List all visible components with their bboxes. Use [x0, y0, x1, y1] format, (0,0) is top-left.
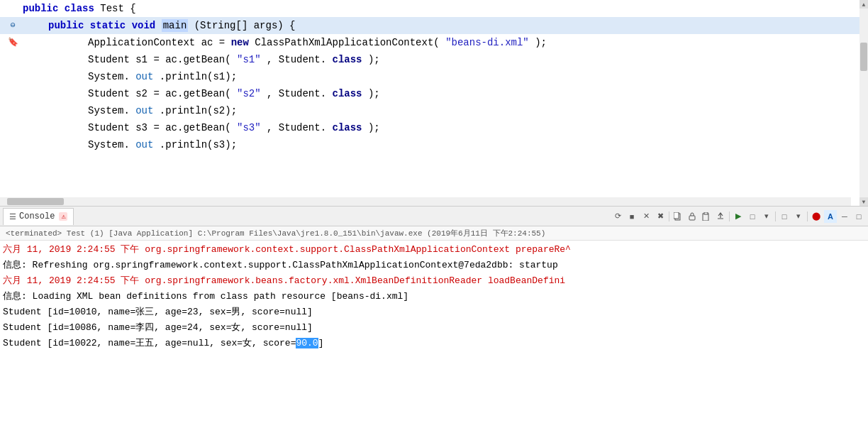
- toolbar-run-btn[interactable]: ▶: [732, 210, 745, 223]
- string-s2: "s2": [237, 88, 261, 99]
- toolbar-sep3: [775, 211, 776, 221]
- code-line-2: ⊖ public static void main (String[] args…: [0, 17, 859, 34]
- code-line-4: Student s1 = ac.getBean( "s1" , Student.…: [0, 51, 859, 68]
- scroll-down-arrow[interactable]: ▼: [859, 197, 868, 206]
- score-highlight: 90.0: [296, 338, 318, 348]
- scroll-up-arrow[interactable]: ▲: [859, 0, 868, 9]
- student-output-suffix: ]: [318, 338, 324, 348]
- ide-window: public class Test { ⊖ public static void…: [0, 0, 868, 423]
- console-status-bar: <terminated> Test (1) [Java Application]…: [0, 226, 868, 241]
- field-out3: out: [135, 139, 153, 150]
- console-out-4: 信息: Loading XML bean definitions from cl…: [3, 289, 865, 304]
- kw-class: class: [65, 3, 94, 14]
- svg-rect-2: [689, 216, 695, 220]
- code-line-3: 🔖 ApplicationContext ac = new ClassPathX…: [0, 34, 859, 51]
- vertical-scrollbar[interactable]: ▲ ▼: [859, 0, 868, 206]
- toolbar-paste-btn[interactable]: [700, 210, 713, 223]
- toolbar-lock-btn[interactable]: [686, 210, 699, 223]
- console-toolbar: ⟳ ■ ✕ ✖ ▶ □ ▾: [611, 210, 865, 223]
- toolbar-dropdown1-btn[interactable]: ▾: [760, 210, 773, 223]
- console-panel: ☰ Console ⚠ ⟳ ■ ✕ ✖: [0, 206, 868, 423]
- code-line-1: public class Test {: [0, 0, 859, 17]
- kw-public2: public: [48, 20, 84, 31]
- console-out-3: 六月 11, 2019 2:24:55 下午 org.springframewo…: [3, 273, 865, 289]
- code-body-2: public static void main (String[] args) …: [20, 17, 859, 34]
- field-out: out: [135, 71, 153, 82]
- toolbar-window2-btn[interactable]: □: [778, 210, 791, 223]
- console-out-7: Student [id=10022, name=王五, age=null, se…: [3, 336, 865, 351]
- string-s3: "s3": [237, 122, 261, 133]
- toolbar-window-btn[interactable]: □: [746, 210, 759, 223]
- toolbar-export-btn[interactable]: [714, 210, 727, 223]
- console-tab-icon: ☰: [9, 212, 16, 221]
- main-highlight: main: [162, 19, 189, 32]
- horizontal-scrollbar-thumb[interactable]: [7, 198, 64, 205]
- code-body-9: System. out .println(s3);: [20, 136, 859, 153]
- toolbar-refresh-btn[interactable]: ⟳: [611, 210, 624, 223]
- console-out-1: 六月 11, 2019 2:24:55 下午 org.springframewo…: [3, 242, 865, 258]
- horizontal-scrollbar[interactable]: [0, 197, 851, 206]
- code-body-1: public class Test {: [20, 0, 859, 17]
- code-line-6: Student s2 = ac.getBean( "s2" , Student.…: [0, 85, 859, 102]
- code-body-3: ApplicationContext ac = new ClassPathXml…: [20, 34, 859, 51]
- code-line-9: System. out .println(s3);: [0, 136, 859, 153]
- string-s1: "s1": [237, 54, 261, 65]
- console-out-2: 信息: Refreshing org.springframework.conte…: [3, 258, 865, 273]
- kw-class4: class: [332, 122, 362, 133]
- console-header: ☰ Console ⚠ ⟳ ■ ✕ ✖: [0, 207, 868, 226]
- console-status-text: <terminated> Test (1) [Java Application]…: [6, 229, 545, 238]
- toolbar-maximize-btn[interactable]: □: [852, 210, 865, 223]
- toolbar-annotate-btn[interactable]: A: [824, 210, 837, 223]
- svg-rect-4: [704, 212, 708, 214]
- toolbar-stop-btn[interactable]: ■: [625, 210, 638, 223]
- toolbar-terminate-btn[interactable]: ✕: [640, 210, 652, 223]
- toolbar-minimize-btn[interactable]: ─: [838, 210, 851, 223]
- console-tab-label: Console: [19, 211, 55, 221]
- code-body-7: System. out .println(s2);: [20, 102, 859, 119]
- kw-static: static: [90, 20, 126, 31]
- console-tab[interactable]: ☰ Console ⚠: [3, 208, 74, 225]
- string-beans: "beans-di.xml": [445, 37, 529, 48]
- code-line-8: Student s3 = ac.getBean( "s3" , Student.…: [0, 119, 859, 136]
- toolbar-sep1: [669, 211, 669, 221]
- kw-class3: class: [332, 88, 362, 99]
- toolbar-remove-btn[interactable]: ✖: [654, 210, 667, 223]
- svg-rect-1: [674, 212, 679, 219]
- toolbar-sep4: [807, 211, 808, 221]
- console-out-6: Student [id=10086, name=李四, age=24, sex=…: [3, 320, 865, 336]
- kw-class2: class: [332, 54, 362, 65]
- code-body-6: Student s2 = ac.getBean( "s2" , Student.…: [20, 85, 859, 102]
- console-out-5: Student [id=10010, name=张三, age=23, sex=…: [3, 304, 865, 320]
- gutter-3: 🔖: [6, 34, 20, 51]
- console-error-badge: ⚠: [59, 212, 67, 221]
- code-line-7: System. out .println(s2);: [0, 102, 859, 119]
- field-out2: out: [135, 105, 153, 116]
- code-content: public class Test { ⊖ public static void…: [0, 0, 859, 206]
- gutter-2: ⊖: [6, 17, 20, 34]
- toolbar-sep2: [729, 211, 730, 221]
- console-output[interactable]: 六月 11, 2019 2:24:55 下午 org.springframewo…: [0, 241, 868, 423]
- kw-void: void: [132, 20, 156, 31]
- scrollbar-thumb[interactable]: [860, 43, 867, 71]
- code-editor: public class Test { ⊖ public static void…: [0, 0, 868, 206]
- kw-new: new: [231, 37, 249, 48]
- code-body-5: System. out .println(s1);: [20, 68, 859, 85]
- code-body-8: Student s3 = ac.getBean( "s3" , Student.…: [20, 119, 859, 136]
- kw-public: public: [23, 3, 58, 14]
- toolbar-copy-btn[interactable]: [672, 210, 684, 223]
- code-body-4: Student s1 = ac.getBean( "s1" , Student.…: [20, 51, 859, 68]
- student-output-prefix: Student [id=10022, name=王五, age=null, se…: [3, 338, 296, 348]
- toolbar-error-btn[interactable]: ⬤: [810, 210, 823, 223]
- code-line-5: System. out .println(s1);: [0, 68, 859, 85]
- toolbar-dropdown2-btn[interactable]: ▾: [792, 210, 805, 223]
